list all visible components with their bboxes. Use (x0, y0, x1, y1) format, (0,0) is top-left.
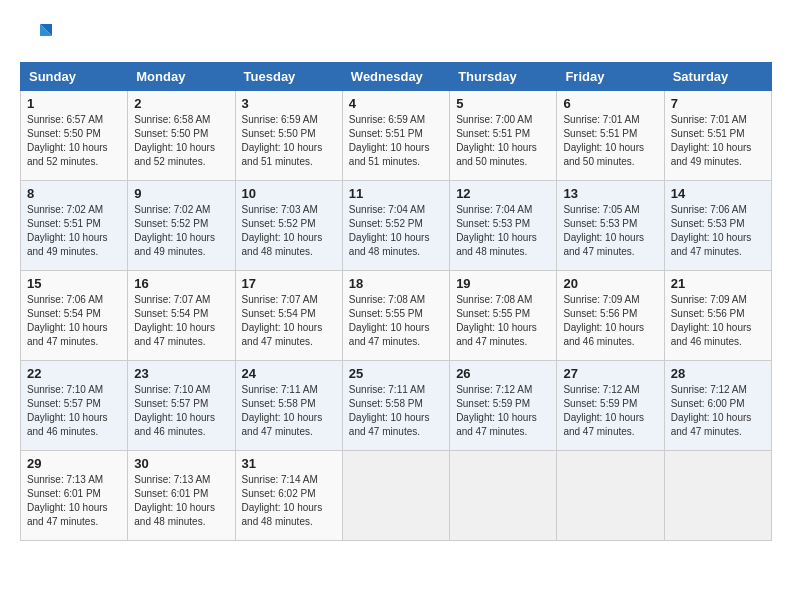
day-info: Sunrise: 7:01 AM Sunset: 5:51 PM Dayligh… (563, 113, 657, 169)
day-number: 26 (456, 366, 550, 381)
day-number: 30 (134, 456, 228, 471)
day-number: 21 (671, 276, 765, 291)
calendar-cell: 13Sunrise: 7:05 AM Sunset: 5:53 PM Dayli… (557, 181, 664, 271)
calendar-cell: 14Sunrise: 7:06 AM Sunset: 5:53 PM Dayli… (664, 181, 771, 271)
calendar-cell: 29Sunrise: 7:13 AM Sunset: 6:01 PM Dayli… (21, 451, 128, 541)
calendar-week-2: 8Sunrise: 7:02 AM Sunset: 5:51 PM Daylig… (21, 181, 772, 271)
day-number: 19 (456, 276, 550, 291)
calendar-cell: 10Sunrise: 7:03 AM Sunset: 5:52 PM Dayli… (235, 181, 342, 271)
weekday-header-monday: Monday (128, 63, 235, 91)
calendar-table: SundayMondayTuesdayWednesdayThursdayFrid… (20, 62, 772, 541)
day-number: 1 (27, 96, 121, 111)
calendar-week-1: 1Sunrise: 6:57 AM Sunset: 5:50 PM Daylig… (21, 91, 772, 181)
day-info: Sunrise: 7:12 AM Sunset: 5:59 PM Dayligh… (456, 383, 550, 439)
day-info: Sunrise: 7:00 AM Sunset: 5:51 PM Dayligh… (456, 113, 550, 169)
day-info: Sunrise: 7:07 AM Sunset: 5:54 PM Dayligh… (134, 293, 228, 349)
calendar-cell: 24Sunrise: 7:11 AM Sunset: 5:58 PM Dayli… (235, 361, 342, 451)
day-number: 23 (134, 366, 228, 381)
weekday-header-saturday: Saturday (664, 63, 771, 91)
day-number: 12 (456, 186, 550, 201)
day-number: 7 (671, 96, 765, 111)
calendar-cell: 27Sunrise: 7:12 AM Sunset: 5:59 PM Dayli… (557, 361, 664, 451)
day-number: 14 (671, 186, 765, 201)
day-number: 28 (671, 366, 765, 381)
day-info: Sunrise: 7:08 AM Sunset: 5:55 PM Dayligh… (349, 293, 443, 349)
day-number: 5 (456, 96, 550, 111)
day-number: 17 (242, 276, 336, 291)
header (20, 20, 772, 52)
calendar-cell: 2Sunrise: 6:58 AM Sunset: 5:50 PM Daylig… (128, 91, 235, 181)
calendar-cell: 17Sunrise: 7:07 AM Sunset: 5:54 PM Dayli… (235, 271, 342, 361)
day-number: 27 (563, 366, 657, 381)
weekday-header-sunday: Sunday (21, 63, 128, 91)
day-number: 6 (563, 96, 657, 111)
calendar-cell: 7Sunrise: 7:01 AM Sunset: 5:51 PM Daylig… (664, 91, 771, 181)
calendar-cell: 20Sunrise: 7:09 AM Sunset: 5:56 PM Dayli… (557, 271, 664, 361)
calendar-cell: 4Sunrise: 6:59 AM Sunset: 5:51 PM Daylig… (342, 91, 449, 181)
calendar-cell: 1Sunrise: 6:57 AM Sunset: 5:50 PM Daylig… (21, 91, 128, 181)
calendar-cell: 21Sunrise: 7:09 AM Sunset: 5:56 PM Dayli… (664, 271, 771, 361)
weekday-header-wednesday: Wednesday (342, 63, 449, 91)
day-number: 3 (242, 96, 336, 111)
day-info: Sunrise: 7:01 AM Sunset: 5:51 PM Dayligh… (671, 113, 765, 169)
day-info: Sunrise: 6:57 AM Sunset: 5:50 PM Dayligh… (27, 113, 121, 169)
day-info: Sunrise: 7:03 AM Sunset: 5:52 PM Dayligh… (242, 203, 336, 259)
weekday-header-friday: Friday (557, 63, 664, 91)
day-info: Sunrise: 7:10 AM Sunset: 5:57 PM Dayligh… (27, 383, 121, 439)
calendar-cell: 15Sunrise: 7:06 AM Sunset: 5:54 PM Dayli… (21, 271, 128, 361)
day-number: 9 (134, 186, 228, 201)
day-info: Sunrise: 7:06 AM Sunset: 5:53 PM Dayligh… (671, 203, 765, 259)
calendar-cell: 25Sunrise: 7:11 AM Sunset: 5:58 PM Dayli… (342, 361, 449, 451)
day-number: 20 (563, 276, 657, 291)
day-info: Sunrise: 6:59 AM Sunset: 5:50 PM Dayligh… (242, 113, 336, 169)
day-info: Sunrise: 6:59 AM Sunset: 5:51 PM Dayligh… (349, 113, 443, 169)
calendar-week-3: 15Sunrise: 7:06 AM Sunset: 5:54 PM Dayli… (21, 271, 772, 361)
day-info: Sunrise: 7:09 AM Sunset: 5:56 PM Dayligh… (563, 293, 657, 349)
day-info: Sunrise: 7:12 AM Sunset: 6:00 PM Dayligh… (671, 383, 765, 439)
day-info: Sunrise: 7:10 AM Sunset: 5:57 PM Dayligh… (134, 383, 228, 439)
logo-icon (20, 20, 52, 52)
day-info: Sunrise: 7:02 AM Sunset: 5:52 PM Dayligh… (134, 203, 228, 259)
calendar-cell (450, 451, 557, 541)
calendar-cell: 11Sunrise: 7:04 AM Sunset: 5:52 PM Dayli… (342, 181, 449, 271)
calendar-cell: 18Sunrise: 7:08 AM Sunset: 5:55 PM Dayli… (342, 271, 449, 361)
calendar-cell (342, 451, 449, 541)
day-number: 2 (134, 96, 228, 111)
day-number: 15 (27, 276, 121, 291)
weekday-header-thursday: Thursday (450, 63, 557, 91)
weekday-header-tuesday: Tuesday (235, 63, 342, 91)
day-number: 25 (349, 366, 443, 381)
calendar-cell: 22Sunrise: 7:10 AM Sunset: 5:57 PM Dayli… (21, 361, 128, 451)
day-info: Sunrise: 7:13 AM Sunset: 6:01 PM Dayligh… (134, 473, 228, 529)
day-number: 8 (27, 186, 121, 201)
day-number: 4 (349, 96, 443, 111)
day-number: 16 (134, 276, 228, 291)
calendar-cell: 16Sunrise: 7:07 AM Sunset: 5:54 PM Dayli… (128, 271, 235, 361)
day-info: Sunrise: 7:07 AM Sunset: 5:54 PM Dayligh… (242, 293, 336, 349)
calendar-cell: 5Sunrise: 7:00 AM Sunset: 5:51 PM Daylig… (450, 91, 557, 181)
day-info: Sunrise: 7:13 AM Sunset: 6:01 PM Dayligh… (27, 473, 121, 529)
day-number: 18 (349, 276, 443, 291)
calendar-cell: 28Sunrise: 7:12 AM Sunset: 6:00 PM Dayli… (664, 361, 771, 451)
day-info: Sunrise: 7:06 AM Sunset: 5:54 PM Dayligh… (27, 293, 121, 349)
calendar-cell: 30Sunrise: 7:13 AM Sunset: 6:01 PM Dayli… (128, 451, 235, 541)
calendar-week-4: 22Sunrise: 7:10 AM Sunset: 5:57 PM Dayli… (21, 361, 772, 451)
day-number: 22 (27, 366, 121, 381)
day-info: Sunrise: 7:11 AM Sunset: 5:58 PM Dayligh… (242, 383, 336, 439)
day-info: Sunrise: 7:12 AM Sunset: 5:59 PM Dayligh… (563, 383, 657, 439)
day-info: Sunrise: 7:04 AM Sunset: 5:52 PM Dayligh… (349, 203, 443, 259)
calendar-cell: 19Sunrise: 7:08 AM Sunset: 5:55 PM Dayli… (450, 271, 557, 361)
calendar-week-5: 29Sunrise: 7:13 AM Sunset: 6:01 PM Dayli… (21, 451, 772, 541)
calendar-cell: 12Sunrise: 7:04 AM Sunset: 5:53 PM Dayli… (450, 181, 557, 271)
calendar-cell: 6Sunrise: 7:01 AM Sunset: 5:51 PM Daylig… (557, 91, 664, 181)
logo (20, 20, 56, 52)
day-info: Sunrise: 7:05 AM Sunset: 5:53 PM Dayligh… (563, 203, 657, 259)
calendar-cell: 31Sunrise: 7:14 AM Sunset: 6:02 PM Dayli… (235, 451, 342, 541)
day-info: Sunrise: 7:02 AM Sunset: 5:51 PM Dayligh… (27, 203, 121, 259)
calendar-cell (664, 451, 771, 541)
day-number: 11 (349, 186, 443, 201)
day-info: Sunrise: 7:14 AM Sunset: 6:02 PM Dayligh… (242, 473, 336, 529)
day-number: 31 (242, 456, 336, 471)
calendar-header: SundayMondayTuesdayWednesdayThursdayFrid… (21, 63, 772, 91)
day-number: 24 (242, 366, 336, 381)
